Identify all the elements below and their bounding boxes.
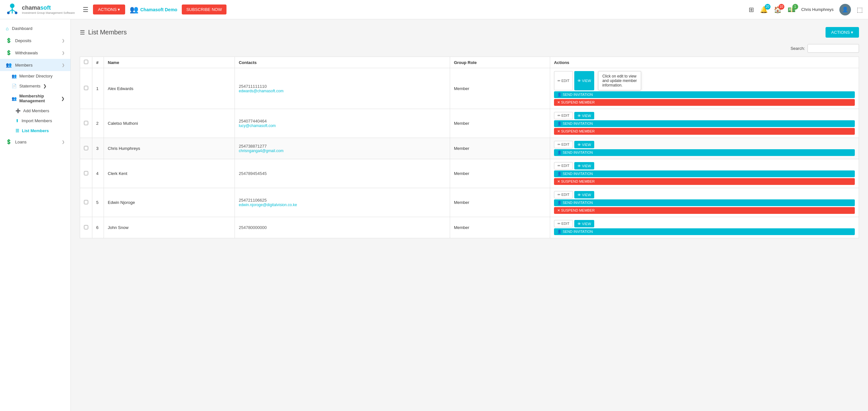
dashboard-icon: ⌂ [6, 26, 9, 31]
cell-phone: 254789454545 [239, 171, 446, 176]
deposits-icon: 💲 [6, 38, 12, 43]
subscribe-button[interactable]: SUBSCRIBE NOW [182, 4, 226, 14]
cell-actions: ✏ EDIT 👁 VIEW 👤 SEND INVITATION✕ SUSPEND… [550, 188, 859, 217]
edit-button[interactable]: ✏ EDIT [554, 71, 573, 90]
statements-chevron: ❯ [43, 84, 46, 89]
row-checkbox[interactable] [84, 200, 88, 204]
members-icon: 👥 [6, 62, 12, 68]
cell-actions: ✏ EDIT 👁 VIEW 👤 SEND INVITATION✕ SUSPEND… [550, 159, 859, 188]
main-layout: ⌂ Dashboard 💲 Deposits ❯ 💲 Withdrawals ❯… [0, 19, 868, 411]
calendar-icon-wrap[interactable]: ⊞ [749, 6, 754, 13]
cell-num: 5 [92, 188, 104, 217]
view-button[interactable]: 👁 VIEW [574, 112, 594, 119]
logout-icon[interactable]: ⬚ [857, 6, 863, 13]
sidebar: ⌂ Dashboard 💲 Deposits ❯ 💲 Withdrawals ❯… [0, 19, 71, 411]
wallet-badge: 1 [793, 4, 798, 10]
sidebar-item-dashboard[interactable]: ⌂ Dashboard [0, 23, 70, 34]
logo-icon [5, 3, 19, 17]
primary-actions-row: ✏ EDIT 👁 VIEWClick on edit to viewand up… [554, 71, 855, 90]
messages-icon-wrap[interactable]: 🏠 10 [774, 6, 782, 13]
edit-button[interactable]: ✏ EDIT [554, 112, 573, 119]
sidebar-item-deposits[interactable]: 💲 Deposits ❯ [0, 34, 70, 46]
row-checkbox[interactable] [84, 146, 88, 150]
view-button[interactable]: 👁 VIEW [574, 162, 594, 169]
sidebar-item-label-membership-management: Membership Management [19, 94, 59, 103]
edit-button[interactable]: ✏ EDIT [554, 141, 573, 148]
row-checkbox[interactable] [84, 86, 88, 90]
view-button[interactable]: 👁 VIEW [574, 220, 594, 227]
cell-name: Alex Edwards [104, 68, 235, 109]
sidebar-item-statements[interactable]: 📄 Statements ❯ [0, 81, 70, 91]
cell-num: 2 [92, 109, 104, 138]
send-invitation-button[interactable]: 👤 SEND INVITATION [554, 170, 855, 177]
cell-contacts: 254738871277chrisnganga4@gmail.com [235, 138, 450, 159]
view-button[interactable]: 👁 VIEW [574, 141, 594, 148]
members-table: # Name Contacts Group Role Actions 1Alex… [80, 57, 859, 238]
avatar[interactable]: 👤 [839, 4, 851, 15]
actions-column: ✏ EDIT 👁 VIEW 👤 SEND INVITATION✕ SUSPEND… [554, 191, 855, 214]
send-invitation-button[interactable]: 👤 SEND INVITATION [554, 120, 855, 127]
cell-role: Member [450, 188, 550, 217]
calendar-icon: ⊞ [749, 6, 754, 13]
suspend-member-button[interactable]: ✕ SUSPEND MEMBER [554, 207, 855, 214]
sidebar-item-label-member-directory: Member Directory [19, 74, 53, 78]
sidebar-item-add-members[interactable]: ➕ Add Members [0, 106, 70, 116]
cell-role: Member [450, 68, 550, 109]
sidebar-item-label-withdrawals: Withdrawals [15, 51, 38, 55]
edit-button[interactable]: ✏ EDIT [554, 191, 573, 198]
col-name: Name [104, 57, 235, 68]
actions-content-button[interactable]: ACTIONS ▾ [826, 27, 859, 38]
select-all-checkbox[interactable] [84, 60, 88, 64]
logo-subtitle: Investment Group Management Software [22, 11, 75, 14]
col-actions: Actions [550, 57, 859, 68]
row-checkbox[interactable] [84, 225, 88, 229]
sidebar-item-membership-management[interactable]: 👥 Membership Management ❯ [0, 91, 70, 106]
page-header: ☰ List Members ACTIONS ▾ [80, 27, 859, 38]
group-link[interactable]: 👥 Chamasoft Demo [130, 5, 177, 14]
view-button[interactable]: 👁 VIEW [574, 71, 594, 90]
cell-phone: 254711111110 [239, 84, 446, 89]
sidebar-item-member-directory[interactable]: 👥 Member Directory [0, 71, 70, 81]
cell-email: edwards@chamasoft.com [239, 89, 446, 93]
withdrawals-chevron: ❯ [62, 51, 65, 55]
svg-point-4 [7, 11, 10, 14]
row-checkbox[interactable] [84, 171, 88, 175]
row-checkbox[interactable] [84, 121, 88, 125]
deposits-chevron: ❯ [62, 39, 65, 43]
sidebar-item-withdrawals[interactable]: 💲 Withdrawals ❯ [0, 46, 70, 59]
edit-button[interactable]: ✏ EDIT [554, 220, 573, 227]
sidebar-item-members[interactable]: 👥 Members ❯ [0, 59, 70, 71]
avatar-icon: 👤 [842, 6, 848, 12]
suspend-member-button[interactable]: ✕ SUSPEND MEMBER [554, 99, 855, 106]
send-invitation-button[interactable]: 👤 SEND INVITATION [554, 228, 855, 235]
cell-email: edwin.njoroge@digitalvision.co.ke [239, 202, 446, 207]
edit-button[interactable]: ✏ EDIT [554, 162, 573, 169]
import-members-icon: ⬆ [16, 118, 19, 123]
search-input[interactable] [808, 44, 859, 53]
actions-column: ✏ EDIT 👁 VIEW 👤 SEND INVITATION [554, 220, 855, 235]
cell-role: Member [450, 109, 550, 138]
send-invitation-button[interactable]: 👤 SEND INVITATION [554, 149, 855, 156]
sidebar-item-list-members[interactable]: ☰ List Members [0, 126, 70, 136]
cell-contacts: 254780000000 [235, 217, 450, 238]
actions-column: ✏ EDIT 👁 VIEW 👤 SEND INVITATION✕ SUSPEND… [554, 162, 855, 185]
group-name: Chamasoft Demo [140, 7, 177, 12]
notifications-icon-wrap[interactable]: 🔔 20 [760, 6, 768, 13]
cell-name: John Snow [104, 217, 235, 238]
hamburger-icon[interactable]: ☰ [83, 6, 89, 13]
logo-text: chamasoft [22, 4, 51, 11]
table-row: 2Caletso Muthoni254077440464lucy@chamaso… [80, 109, 859, 138]
tooltip: Click on edit to viewand update memberin… [598, 71, 641, 90]
suspend-member-button[interactable]: ✕ SUSPEND MEMBER [554, 178, 855, 185]
sidebar-item-label-add-members: Add Members [23, 108, 49, 113]
sidebar-item-loans[interactable]: 💲 Loans ❯ [0, 136, 70, 148]
send-invitation-button[interactable]: 👤 SEND INVITATION [554, 199, 855, 206]
send-invitation-button[interactable]: 👤 SEND INVITATION [554, 91, 855, 98]
wallet-icon-wrap[interactable]: 💵 1 [787, 6, 796, 13]
view-button[interactable]: 👁 VIEW [574, 191, 594, 198]
sidebar-item-import-members[interactable]: ⬆ Import Members [0, 116, 70, 126]
actions-column: ✏ EDIT 👁 VIEW 👤 SEND INVITATION✕ SUSPEND… [554, 112, 855, 135]
search-label: Search: [790, 46, 805, 51]
suspend-member-button[interactable]: ✕ SUSPEND MEMBER [554, 128, 855, 135]
actions-top-button[interactable]: ACTIONS ▾ [93, 4, 125, 14]
